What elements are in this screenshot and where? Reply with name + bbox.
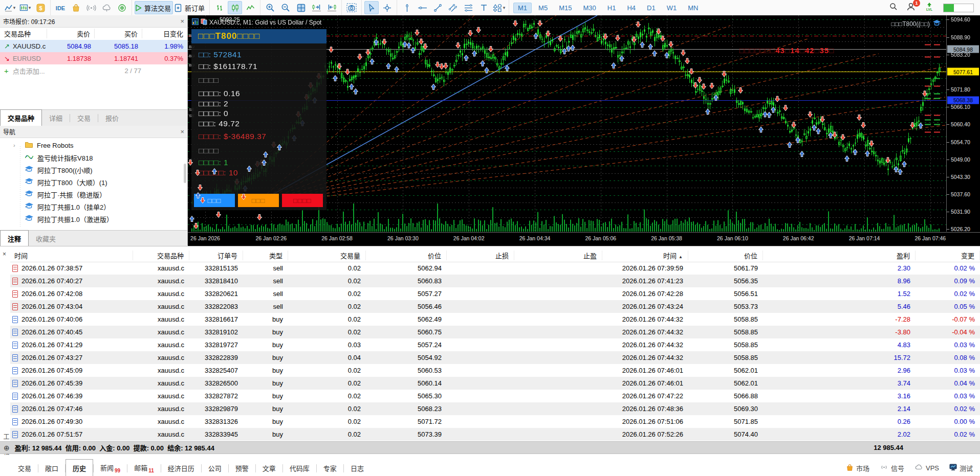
history-row[interactable]: 2026.01.26 07:38:57xauusd.c332815135sell…	[10, 262, 980, 275]
history-row[interactable]: 2026.01.26 07:45:09xauusd.c332825407buy0…	[10, 364, 980, 377]
market-watch-row-XAUUSD.c[interactable]: ↗XAUUSD.c5084.985085.181.98%	[0, 40, 187, 52]
shift-end-button[interactable]	[309, 1, 323, 14]
toolbox-tab-文章[interactable]: 文章	[256, 460, 282, 476]
history-col-0[interactable]: 时间	[10, 251, 133, 260]
timeframe-m15[interactable]: M15	[554, 3, 576, 13]
market-watch-close-icon[interactable]: ×	[180, 17, 184, 25]
status-cloud-small[interactable]: VPS	[914, 464, 939, 472]
history-col-7[interactable]: 止盈	[514, 251, 602, 260]
history-row[interactable]: 2026.01.26 07:43:27xauusd.c332822839buy0…	[10, 351, 980, 364]
navigator-item-6[interactable]: 阿拉丁共振1.0（激进版）	[0, 213, 187, 225]
navigator-item-2[interactable]: 阿拉丁T800((小顺)	[0, 164, 187, 176]
signals-button[interactable]	[84, 1, 98, 14]
channel-button[interactable]	[446, 1, 460, 14]
timeframe-h1[interactable]: H1	[603, 3, 621, 13]
broadcast-button[interactable]	[115, 1, 129, 14]
navigator-item-0[interactable]: ›Free Robots	[0, 139, 187, 151]
new-order-button[interactable]: 新订单	[174, 1, 207, 14]
toolbox-tab-历史[interactable]: 历史	[66, 459, 93, 476]
toolbox-tab-经济日历[interactable]: 经济日历	[161, 460, 201, 476]
navigator-item-3[interactable]: 阿拉丁T800（大顺）(1)	[0, 176, 187, 188]
user-account-icon[interactable]: 1	[906, 2, 916, 13]
toolbox-tab-新闻[interactable]: 新闻99	[94, 459, 127, 476]
timeframe-h4[interactable]: H4	[622, 3, 640, 13]
navigator-item-5[interactable]: 阿拉丁共振1.0（挂单2）	[0, 200, 187, 213]
chart-profile-menu[interactable]: ▾	[18, 1, 32, 14]
navigator-tab-1[interactable]: 收藏夹	[29, 231, 63, 247]
toolbox-tab-公司[interactable]: 公司	[202, 460, 228, 476]
history-col-2[interactable]: 订单号	[189, 251, 243, 260]
fibonacci-button[interactable]	[461, 1, 475, 14]
toolbox-tab-日志[interactable]: 日志	[344, 460, 371, 476]
toolbox-tab-敞口[interactable]: 敞口	[38, 460, 65, 476]
history-row[interactable]: 2026.01.26 07:40:06xauusd.c332816617buy0…	[10, 313, 980, 326]
toolbox-tab-代码库[interactable]: 代码库	[283, 460, 316, 476]
history-col-9[interactable]: 价位	[688, 251, 763, 260]
history-col-4[interactable]: 交易量	[288, 251, 366, 260]
timeframe-m5[interactable]: M5	[534, 3, 552, 13]
history-col-6[interactable]: 止损	[447, 251, 514, 260]
navigator-item-1[interactable]: 盈亏统计指标V818	[0, 151, 187, 164]
text-tool-button[interactable]	[476, 1, 491, 14]
expand-chevron-icon[interactable]: ›	[13, 142, 15, 148]
level-icon[interactable]: LVL	[924, 2, 934, 14]
market-watch-tab-0[interactable]: 交易品种	[0, 109, 42, 126]
chart-area[interactable]: XAUUSD.c, M1: Gold vs US Dollar / Spot 5…	[188, 15, 980, 245]
history-col-3[interactable]: 类型	[243, 251, 288, 260]
navigator-tab-0[interactable]: 注释	[0, 230, 29, 247]
history-row[interactable]: 2026.01.26 07:41:29xauusd.c332819727buy0…	[10, 338, 980, 351]
vps-button[interactable]	[99, 1, 114, 14]
toolbox-tab-预警[interactable]: 预警	[229, 460, 255, 476]
market-watch-tab-1[interactable]: 详细	[42, 110, 70, 126]
history-row[interactable]: 2026.01.26 07:49:30xauusd.c332831326buy0…	[10, 415, 980, 428]
tile-windows-button[interactable]	[294, 1, 308, 14]
shapes-button[interactable]: ▾	[492, 1, 506, 14]
history-row[interactable]: 2026.01.26 07:40:27xauusd.c332818410sell…	[10, 275, 980, 287]
history-col-8[interactable]: 时间▲	[602, 251, 688, 260]
bar-chart-button[interactable]	[212, 1, 227, 14]
vertical-line-button[interactable]	[400, 1, 414, 14]
timeframe-m1[interactable]: M1	[513, 3, 532, 13]
history-row[interactable]: 2026.01.26 07:51:57xauusd.c332833945buy0…	[10, 428, 980, 441]
market-watch-tab-3[interactable]: 报价	[98, 110, 126, 126]
mw-col-0[interactable]: 交易品种	[0, 29, 47, 38]
market-watch-tab-2[interactable]: 交易	[70, 110, 98, 126]
search-icon[interactable]	[889, 3, 898, 13]
history-row[interactable]: 2026.01.26 07:42:08xauusd.c332820621sell…	[10, 287, 980, 300]
toolbox-close-icon[interactable]: ×	[3, 251, 6, 258]
expand-summary-icon[interactable]: ⊕	[4, 444, 10, 452]
time-axis[interactable]: 26 Jan 202626 Jan 02:2626 Jan 02:5826 Ja…	[188, 232, 980, 246]
screenshot-button[interactable]	[344, 1, 359, 14]
cursor-button[interactable]	[364, 1, 379, 14]
panel-pause-button[interactable]: □□□	[238, 194, 279, 207]
history-row[interactable]: 2026.01.26 07:40:45xauusd.c332819102buy0…	[10, 326, 980, 338]
mw-col-3[interactable]: 日变化	[142, 29, 187, 38]
navigator-scrollbar[interactable]	[184, 164, 186, 183]
timeframe-mn[interactable]: MN	[683, 3, 703, 13]
zoom-in-button[interactable]	[263, 1, 277, 14]
price-axis[interactable]: 5094.605088.905083.205071.805066.105060.…	[946, 15, 980, 232]
mw-col-1[interactable]: 卖价	[47, 29, 94, 38]
toolbox-tab-邮箱[interactable]: 邮箱11	[127, 459, 161, 476]
history-col-11[interactable]: 变更	[916, 251, 980, 260]
status-market-bag[interactable]: 市场	[846, 463, 869, 473]
algo-trading-button[interactable]: 算法交易	[135, 1, 173, 14]
timeframe-w1[interactable]: W1	[662, 3, 682, 13]
status-signal-waves[interactable]: 信号	[880, 463, 904, 473]
candlestick-chart-button[interactable]	[228, 1, 242, 14]
metaeditor-button[interactable]: IDE	[53, 1, 68, 14]
zoom-out-button[interactable]	[278, 1, 293, 14]
history-col-1[interactable]: 交易品种	[133, 251, 189, 260]
toolbox-tab-交易[interactable]: 交易	[11, 460, 38, 476]
trendline-button[interactable]	[430, 1, 445, 14]
history-table-header[interactable]: 时间交易品种订单号类型交易量价位止损止盈时间▲价位盈利变更	[10, 248, 980, 262]
history-row[interactable]: 2026.01.26 07:47:46xauusd.c332829879buy0…	[10, 402, 980, 415]
status-tester[interactable]: 测试	[949, 463, 973, 473]
market-button[interactable]	[69, 1, 83, 14]
toolbox-tab-专家[interactable]: 专家	[317, 460, 343, 476]
history-row[interactable]: 2026.01.26 07:46:39xauusd.c332827872buy0…	[10, 390, 980, 402]
panel-buy-button[interactable]: □□□	[194, 194, 235, 207]
timeframe-d1[interactable]: D1	[642, 3, 660, 13]
history-col-10[interactable]: 盈利	[763, 251, 916, 260]
timeframe-m30[interactable]: M30	[578, 3, 600, 13]
